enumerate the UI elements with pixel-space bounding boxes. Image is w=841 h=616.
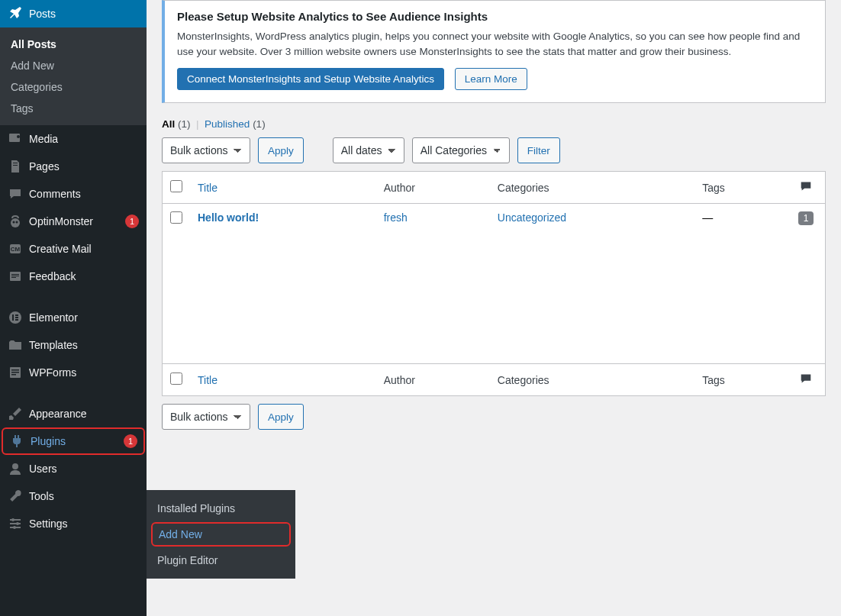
post-comment-count[interactable]: 1 [798,211,814,225]
menu-media-label: Media [29,133,139,145]
svg-rect-2 [13,163,18,163]
bulk-actions-select[interactable]: Bulk actions [162,137,250,163]
comments-icon [8,186,23,202]
menu-comments[interactable]: Comments [0,180,147,208]
filter-published[interactable]: Published (1) [205,118,266,130]
svg-point-24 [11,518,14,521]
svg-point-28 [13,526,16,529]
optinmonster-icon [8,214,23,229]
menu-media[interactable]: Media [0,125,147,153]
svg-rect-3 [13,165,18,166]
menu-settings[interactable]: Settings [0,510,147,537]
svg-point-6 [16,221,18,224]
post-title-link[interactable]: Hello world! [198,211,259,224]
top-toolbar: Bulk actions Apply All dates All Categor… [162,137,826,163]
apply-button-bottom[interactable]: Apply [258,404,304,430]
svg-point-26 [16,522,19,525]
menu-elementor[interactable]: Elementor [0,304,147,331]
col-author: Author [376,172,490,204]
sliders-icon [8,516,23,531]
post-status-filters: All (1) | Published (1) [162,118,826,130]
svg-rect-17 [15,319,18,321]
admin-sidebar: Posts All Posts Add New Categories Tags … [0,0,147,616]
col-tags: Tags [694,172,787,204]
svg-rect-14 [12,314,14,321]
submenu-all-posts[interactable]: All Posts [0,34,147,55]
plugins-badge: 1 [124,434,137,448]
menu-wpforms-label: WPForms [29,366,139,379]
col-title-foot[interactable]: Title [190,363,376,395]
flyout-plugin-editor[interactable]: Plugin Editor [147,548,295,572]
menu-plugins[interactable]: Plugins 1 [2,427,145,455]
menu-wpforms[interactable]: WPForms [0,359,147,386]
menu-posts-label: Posts [29,8,139,20]
svg-rect-12 [11,277,16,278]
filter-button[interactable]: Filter [517,137,560,163]
bulk-actions-select-bottom[interactable]: Bulk actions [162,404,250,430]
svg-point-1 [17,135,20,138]
menu-optinmonster-label: OptinMonster [29,215,121,227]
menu-posts[interactable]: Posts [0,0,147,27]
apply-button-top[interactable]: Apply [258,137,304,163]
svg-rect-20 [11,372,19,373]
bottom-toolbar: Bulk actions Apply [162,404,826,430]
svg-point-5 [13,221,15,224]
row-checkbox[interactable] [170,211,182,224]
menu-creativemail-label: Creative Mail [29,243,139,255]
menu-templates[interactable]: Templates [0,331,147,359]
wrench-icon [8,489,23,504]
select-all-top[interactable] [170,180,182,192]
col-comments[interactable] [787,172,825,204]
post-author-link[interactable]: fresh [384,211,408,224]
category-filter-select[interactable]: All Categories [412,137,510,163]
creativemail-icon: CM [8,241,23,256]
connect-analytics-button[interactable]: Connect MonsterInsights and Setup Websit… [177,68,444,90]
table-row: Hello world! fresh Uncategorized — 1 [163,204,825,234]
col-comments-foot[interactable] [787,363,825,395]
svg-rect-21 [11,374,16,376]
col-author-foot: Author [376,363,490,395]
analytics-notice: Please Setup Website Analytics to See Au… [162,0,826,103]
menu-tools[interactable]: Tools [0,482,147,510]
menu-optinmonster[interactable]: OptinMonster 1 [0,208,147,235]
menu-templates-label: Templates [29,339,139,351]
svg-rect-19 [11,369,19,371]
svg-rect-16 [15,317,18,318]
svg-rect-15 [15,314,18,316]
plugins-flyout: Installed Plugins Add New Plugin Editor [147,490,295,579]
optinmonster-badge: 1 [125,214,139,228]
media-icon [8,131,23,147]
svg-rect-11 [11,276,19,276]
menu-plugins-label: Plugins [31,435,119,447]
menu-pages[interactable]: Pages [0,153,147,180]
wpforms-icon [8,365,23,380]
menu-settings-label: Settings [29,518,139,530]
menu-tools-label: Tools [29,490,139,502]
posts-table: Title Author Categories Tags Hello world… [162,171,826,396]
flyout-installed-plugins[interactable]: Installed Plugins [147,496,295,521]
menu-appearance-label: Appearance [29,408,139,420]
col-categories: Categories [490,172,694,204]
filter-all[interactable]: All (1) [162,118,191,130]
menu-pages-label: Pages [29,160,139,173]
menu-users-label: Users [29,463,139,475]
submenu-tags[interactable]: Tags [0,98,147,119]
menu-users[interactable]: Users [0,455,147,482]
date-filter-select[interactable]: All dates [333,137,404,163]
menu-creativemail[interactable]: CM Creative Mail [0,235,147,263]
submenu-categories[interactable]: Categories [0,76,147,98]
notice-body: MonsterInsights, WordPress analytics plu… [177,29,813,59]
col-title[interactable]: Title [190,172,376,204]
menu-appearance[interactable]: Appearance [0,400,147,427]
pin-icon [8,6,23,21]
select-all-bottom[interactable] [170,373,182,385]
notice-title: Please Setup Website Analytics to See Au… [177,10,813,23]
menu-feedback[interactable]: Feedback [0,263,147,290]
learn-more-button[interactable]: Learn More [455,68,527,90]
svg-text:CM: CM [11,246,21,253]
post-category-link[interactable]: Uncategorized [498,211,566,224]
flyout-add-new[interactable]: Add New [151,522,291,547]
menu-feedback-label: Feedback [29,270,139,282]
svg-point-4 [11,218,20,227]
submenu-add-new[interactable]: Add New [0,55,147,76]
